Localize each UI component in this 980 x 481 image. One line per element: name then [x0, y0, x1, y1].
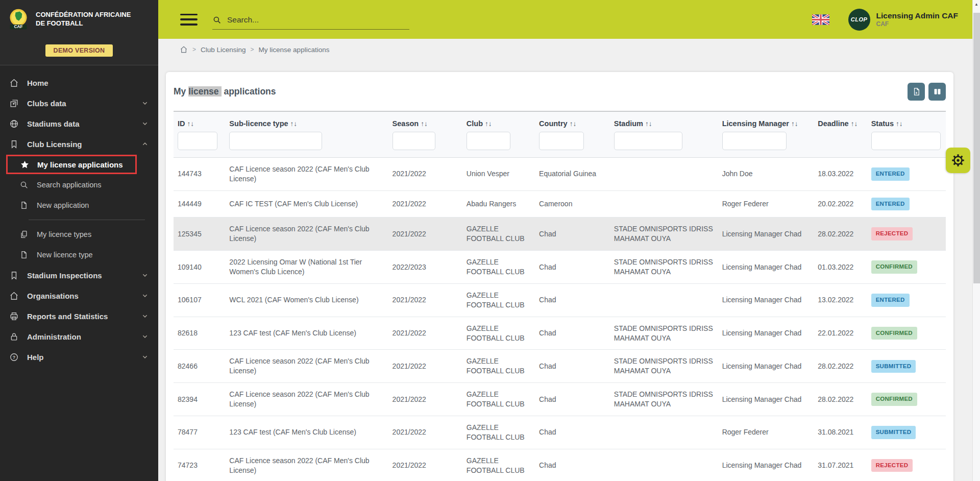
- sidebar-item-club-licensing[interactable]: Club Licensing: [0, 134, 158, 154]
- table-row[interactable]: 82394 CAF Licence season 2022 (CAF Men's…: [174, 383, 946, 416]
- table-row[interactable]: 109140 2022 Licensing Omar W (National 1…: [174, 251, 946, 284]
- sort-icon[interactable]: ↑↓: [290, 120, 298, 128]
- demo-version-wrap: DEMO VERSION: [0, 39, 158, 65]
- cell-club: GAZELLE FOOTBALL CLUB: [467, 291, 525, 309]
- cell-stadium: STADE OMNISPORTS IDRISS MAHAMAT OUYA: [614, 324, 713, 342]
- cell-country: Cameroon: [539, 200, 572, 208]
- sort-icon[interactable]: ↑↓: [187, 120, 194, 128]
- chevron-down-icon: [141, 353, 149, 361]
- filter-deadline-empty: [814, 129, 867, 158]
- filter-status-input[interactable]: [871, 132, 941, 150]
- column-header-club: Club↑↓: [462, 112, 535, 129]
- search-icon: [19, 180, 30, 190]
- columns-button[interactable]: [928, 83, 946, 101]
- filter-club-input[interactable]: [467, 132, 510, 150]
- table-row[interactable]: 144743 CAF Licence season 2022 (CAF Men'…: [174, 158, 946, 191]
- sidebar-item-label: Stadium Inspections: [27, 271, 102, 280]
- scrollbar-thumb[interactable]: [973, 13, 980, 283]
- sort-icon[interactable]: ↑↓: [896, 120, 903, 128]
- file-icon: [19, 250, 30, 260]
- globe-icon: [9, 118, 19, 129]
- cell-deadline: 22.01.2022: [818, 329, 853, 337]
- sidebar-item-stadium-inspections[interactable]: Stadium Inspections: [0, 265, 158, 285]
- home-icon: [9, 78, 19, 88]
- sidebar-item-new-application[interactable]: New application: [0, 195, 158, 215]
- topbar: CLOP Licensing Admin CAF CAF: [158, 0, 972, 39]
- avatar[interactable]: CLOP: [848, 9, 870, 31]
- sidebar-item-reports-statistics[interactable]: Reports and Statistics: [0, 306, 158, 326]
- filter-licensing-manager-input[interactable]: [722, 132, 787, 150]
- sort-icon[interactable]: ↑↓: [570, 120, 577, 128]
- sidebar-item-home[interactable]: Home: [0, 73, 158, 93]
- breadcrumb-home-icon[interactable]: [180, 45, 188, 54]
- sidebar-item-help[interactable]: ? Help: [0, 347, 158, 367]
- demo-version-badge: DEMO VERSION: [45, 44, 113, 57]
- cell-sub-licence-type: CAF Licence season 2022 (CAF Men's Club …: [229, 456, 369, 474]
- user-org: CAF: [876, 20, 958, 28]
- settings-gear-button[interactable]: [946, 148, 970, 173]
- sidebar-item-stadiums-data[interactable]: Stadiums data: [0, 113, 158, 134]
- sidebar-item-organisations[interactable]: Organisations: [0, 285, 158, 306]
- home-icon: [9, 291, 19, 301]
- sidebar-item-my-license-applications[interactable]: My license applications: [6, 155, 137, 174]
- bookmark-icon: [9, 139, 19, 149]
- printer-icon: [9, 311, 19, 321]
- chevron-down-icon: [141, 312, 149, 320]
- table-row[interactable]: 78477 123 CAF test (CAF Men's Club Licen…: [174, 416, 946, 449]
- title-prefix: My: [174, 86, 188, 97]
- sort-icon[interactable]: ↑↓: [791, 120, 798, 128]
- cell-country: Chad: [539, 263, 556, 271]
- cell-id: 125345: [178, 230, 202, 238]
- club-licensing-submenu: My license applications Search applicati…: [0, 155, 158, 265]
- help-icon: ?: [9, 352, 19, 362]
- sidebar-item-administration[interactable]: Administration: [0, 326, 158, 347]
- table-row[interactable]: 82466 CAF Licence season 2022 (CAF Men's…: [174, 350, 946, 383]
- cell-sub-licence-type: CAF Licence season 2022 (CAF Men's Club …: [229, 165, 369, 183]
- sidebar-org-header: CAF CONFÉDÉRATION AFRICAINE DE FOOTBALL: [0, 0, 158, 39]
- filter-sub-licence-type-input[interactable]: [229, 132, 322, 150]
- app-window: CAF CONFÉDÉRATION AFRICAINE DE FOOTBALL …: [0, 0, 980, 481]
- cell-country: Chad: [539, 461, 556, 469]
- sidebar-nav: Home Clubs data Stadiums data Club Licen…: [0, 65, 158, 367]
- cell-season: 2021/2022: [393, 170, 426, 178]
- scrollbar-up-arrow[interactable]: ▲: [973, 0, 980, 9]
- sort-icon[interactable]: ↑↓: [421, 120, 428, 128]
- filter-country-input[interactable]: [539, 132, 584, 150]
- cell-country: Chad: [539, 395, 556, 403]
- table-row[interactable]: 106107 WCL 2021 (CAF Women's Club Licens…: [174, 283, 946, 317]
- menu-toggle-button[interactable]: [180, 14, 198, 26]
- sort-icon[interactable]: ↑↓: [645, 120, 652, 128]
- applications-table: ID↑↓ Sub-licence type↑↓ Season↑↓ Club↑↓ …: [174, 112, 946, 481]
- status-badge: SUBMITTED: [871, 360, 916, 373]
- table-row[interactable]: 74723 CAF Licence season 2022 (CAF Men's…: [174, 449, 946, 481]
- filter-id-input[interactable]: [178, 132, 217, 150]
- filter-season-input[interactable]: [393, 132, 435, 150]
- caf-logo: CAF: [7, 8, 30, 31]
- filter-stadium-input[interactable]: [614, 132, 682, 150]
- cell-id: 74723: [178, 461, 198, 469]
- sort-icon[interactable]: ↑↓: [851, 120, 858, 128]
- breadcrumb-item[interactable]: Club Licensing: [201, 46, 246, 54]
- cell-sub-licence-type: CAF Licence season 2022 (CAF Men's Club …: [229, 225, 369, 243]
- search-input[interactable]: [227, 15, 409, 25]
- export-excel-button[interactable]: x: [908, 83, 925, 101]
- sidebar-item-label: New application: [37, 201, 89, 209]
- sidebar-item-my-licence-types[interactable]: My licence types: [0, 224, 158, 245]
- table-filter-row: [174, 129, 946, 158]
- language-flag-icon[interactable]: [812, 14, 829, 25]
- sort-icon[interactable]: ↑↓: [485, 120, 492, 128]
- cell-season: 2021/2022: [393, 395, 426, 403]
- table-row[interactable]: 144449 CAF IC TEST (CAF Men's Club Licen…: [174, 190, 946, 218]
- sidebar-item-search-applications[interactable]: Search applications: [0, 175, 158, 195]
- svg-text:CAF: CAF: [14, 25, 23, 29]
- table-row[interactable]: 82618 123 CAF test (CAF Men's Club Licen…: [174, 317, 946, 350]
- sidebar-item-clubs-data[interactable]: Clubs data: [0, 93, 158, 113]
- lock-icon: [9, 331, 19, 342]
- user-menu[interactable]: Licensing Admin CAF CAF: [876, 11, 958, 28]
- sidebar-item-new-licence-type[interactable]: New licence type: [0, 245, 158, 265]
- cell-club: GAZELLE FOOTBALL CLUB: [467, 357, 525, 375]
- table-row[interactable]: 125345 CAF Licence season 2022 (CAF Men'…: [174, 218, 946, 251]
- cell-deadline: 20.02.2022: [818, 200, 853, 208]
- user-name: Licensing Admin CAF: [876, 11, 958, 21]
- cell-season: 2021/2022: [393, 362, 426, 370]
